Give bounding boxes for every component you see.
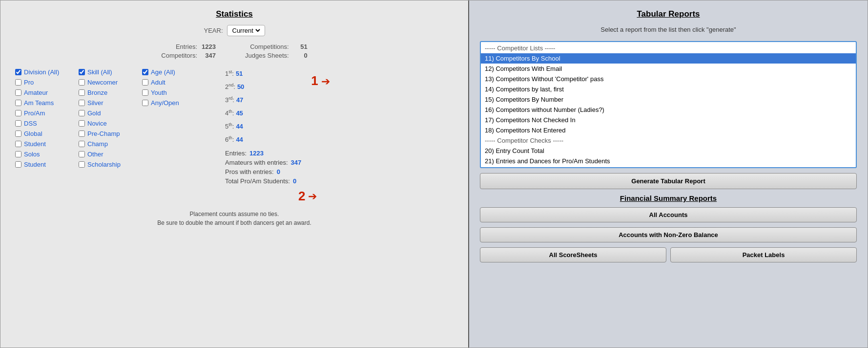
entries-total-value: 1223 [249, 150, 264, 157]
skill-prechamp-item[interactable]: Pre-Champ [79, 130, 142, 137]
generate-tabular-report-button[interactable]: Generate Tabular Report [480, 173, 857, 189]
skill-prechamp-checkbox[interactable] [79, 130, 85, 137]
skill-gold-item[interactable]: Gold [79, 109, 142, 117]
placements-section: 1st: 51 2nd: 50 3rd: 47 4th: 45 5th: 4 [225, 68, 301, 185]
pros-stat: Pros with entries: 0 [225, 168, 301, 175]
report-item-15[interactable]: 15) Competitors By Number [481, 94, 856, 105]
division-all-checkbox[interactable] [15, 69, 21, 75]
skill-scholarship-checkbox[interactable] [79, 161, 85, 168]
non-zero-balance-button[interactable]: Accounts with Non-Zero Balance [480, 227, 857, 242]
placement-5th: 5th: 44 [225, 121, 301, 131]
skill-prechamp-label: Pre-Champ [87, 130, 120, 137]
division-global-item[interactable]: Global [15, 130, 79, 137]
skill-champ-label: Champ [87, 140, 108, 148]
report-item-17[interactable]: 17) Competitors Not Checked In [481, 115, 856, 125]
skill-bronze-item[interactable]: Bronze [79, 89, 142, 96]
division-pro-item[interactable]: Pro [15, 79, 79, 86]
division-solos-checkbox[interactable] [15, 151, 21, 157]
all-scoresheets-button[interactable]: All ScoreSheets [480, 247, 666, 262]
arrow1-container: 1 ➔ [311, 68, 330, 88]
report-item-11[interactable]: 11) Competitors By School [481, 53, 856, 64]
division-solos-item[interactable]: Solos [15, 151, 79, 158]
entries-value: 1223 [201, 43, 216, 50]
placement-6th: 6th: 44 [225, 134, 301, 145]
division-amateur-item[interactable]: Amateur [15, 89, 79, 96]
skill-other-checkbox[interactable] [79, 151, 85, 157]
skill-novice-item[interactable]: Novice [79, 120, 142, 127]
placement-5th-value: 44 [236, 123, 243, 130]
judges-label: Judges Sheets: [245, 52, 289, 59]
report-item-18[interactable]: 18) Competitors Not Entered [481, 125, 856, 135]
age-adult-item[interactable]: Adult [142, 79, 210, 86]
placement-3rd: 3rd: 47 [225, 95, 301, 105]
division-student-item[interactable]: Student [15, 140, 79, 148]
age-all-label: Age (All) [151, 68, 175, 76]
skill-champ-item[interactable]: Champ [79, 140, 142, 148]
placement-2nd: 2nd: 50 [225, 82, 301, 92]
tabular-reports-panel: Tabular Reports Select a report from the… [469, 0, 868, 348]
skill-newcomer-item[interactable]: Newcomer [79, 79, 142, 86]
report-item-13[interactable]: 13) Competitors Without 'Competitor' pas… [481, 74, 856, 84]
skill-scholarship-item[interactable]: Scholarship [79, 161, 142, 168]
financial-summary-title: Financial Summary Reports [480, 194, 857, 202]
year-select-container[interactable]: Current [227, 25, 265, 36]
arrow1-label: 1 [311, 73, 318, 88]
age-all-item[interactable]: Age (All) [142, 68, 210, 76]
age-all-checkbox[interactable] [142, 69, 148, 75]
checkboxes-area: Division (All) Pro Amateur Am Teams Pro/… [15, 68, 454, 185]
skill-other-label: Other [87, 151, 103, 158]
division-amateur-checkbox[interactable] [15, 89, 21, 96]
age-adult-label: Adult [151, 79, 165, 86]
skill-silver-item[interactable]: Silver [79, 99, 142, 107]
skill-all-item[interactable]: Skill (All) [79, 68, 142, 76]
all-accounts-button[interactable]: All Accounts [480, 207, 857, 222]
division-proam-item[interactable]: Pro/Am [15, 109, 79, 117]
skill-bronze-checkbox[interactable] [79, 89, 85, 96]
report-item-21[interactable]: 21) Entries and Dances for Pro/Am Studen… [481, 156, 856, 166]
placement-4th: 4th: 45 [225, 108, 301, 118]
age-anyopen-checkbox[interactable] [142, 100, 148, 106]
division-proam-checkbox[interactable] [15, 110, 21, 116]
division-amteams-item[interactable]: Am Teams [15, 99, 79, 107]
division-pro-checkbox[interactable] [15, 79, 21, 86]
skill-novice-checkbox[interactable] [79, 120, 85, 127]
statistics-panel: Statistics YEAR: Current Entries: 1223 C… [0, 0, 469, 348]
division-student2-checkbox[interactable] [15, 161, 21, 168]
division-student-checkbox[interactable] [15, 141, 21, 147]
age-youth-checkbox[interactable] [142, 89, 148, 96]
report-item-12[interactable]: 12) Competitors With Email [481, 64, 856, 74]
division-amteams-checkbox[interactable] [15, 100, 21, 106]
report-item-16[interactable]: 16) Competitors without Number (Ladies?) [481, 105, 856, 115]
skill-all-label: Skill (All) [87, 68, 112, 76]
report-item-14[interactable]: 14) Competitors by last, first [481, 84, 856, 94]
year-dropdown[interactable]: Current [230, 26, 262, 35]
bottom-buttons-row: All ScoreSheets Packet Labels [480, 247, 857, 262]
placement-6th-value: 44 [236, 136, 243, 143]
skill-gold-checkbox[interactable] [79, 110, 85, 116]
skill-silver-label: Silver [87, 99, 103, 107]
report-separator-2: ----- Competitor Checks ----- [481, 135, 856, 146]
age-youth-item[interactable]: Youth [142, 89, 210, 96]
competitors-label: Competitors: [161, 52, 197, 59]
placement-1st-value: 51 [236, 70, 243, 77]
placement-3rd-value: 47 [236, 96, 243, 104]
skill-newcomer-checkbox[interactable] [79, 79, 85, 86]
division-all-item[interactable]: Division (All) [15, 68, 79, 76]
skill-all-checkbox[interactable] [79, 69, 85, 75]
division-proam-label: Pro/Am [24, 109, 45, 117]
report-list-container[interactable]: ----- Competitor Lists ----- 11) Competi… [480, 41, 857, 168]
competitions-value: 51 [293, 43, 308, 50]
skill-other-item[interactable]: Other [79, 151, 142, 158]
age-adult-checkbox[interactable] [142, 79, 148, 86]
division-dss-item[interactable]: DSS [15, 120, 79, 127]
division-column: Division (All) Pro Amateur Am Teams Pro/… [15, 68, 79, 168]
division-student2-item[interactable]: Student [15, 161, 79, 168]
age-anyopen-item[interactable]: Any/Open [142, 99, 210, 107]
skill-silver-checkbox[interactable] [79, 100, 85, 106]
skill-champ-checkbox[interactable] [79, 141, 85, 147]
packet-labels-button[interactable]: Packet Labels [670, 247, 857, 262]
division-global-checkbox[interactable] [15, 130, 21, 137]
division-dss-checkbox[interactable] [15, 120, 21, 127]
division-amteams-label: Am Teams [24, 99, 54, 107]
report-item-20[interactable]: 20) Entry Count Total [481, 146, 856, 156]
